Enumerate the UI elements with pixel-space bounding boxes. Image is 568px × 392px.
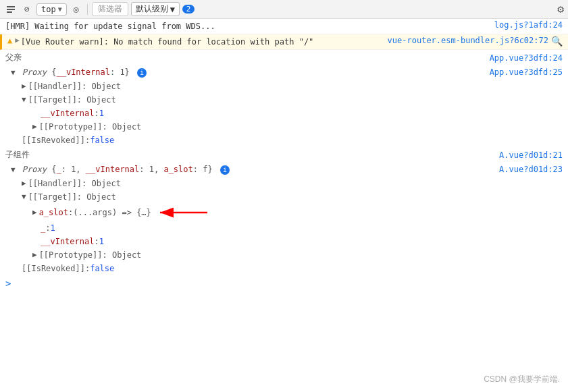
tree-row: _ : 1 xyxy=(0,221,568,235)
prompt-symbol: > xyxy=(5,278,11,289)
eye-icon[interactable]: ◎ xyxy=(70,3,83,16)
tree-content: [[IsRevoked]]: xyxy=(22,262,90,275)
tree-value: 1 xyxy=(99,107,104,119)
filter-label: 筛选器 xyxy=(98,4,122,13)
proxy-brace: {_: 1, __vInternal: 1, a_slot: f} xyxy=(51,165,212,174)
top-arrow-icon: ▼ xyxy=(58,5,62,13)
toolbar: ⊘ top ▼ ◎ 筛选器 默认级别 ▼ 2 ⚙ xyxy=(0,0,568,19)
tree-row: ▶ [[Prototype]]: Object xyxy=(0,248,568,262)
hmr-text: [HMR] Waiting for update signal from WDS… xyxy=(5,20,489,32)
tree-row: ▼ [[Target]]: Object xyxy=(0,93,568,107)
tree-row: __vInternal : 1 xyxy=(0,235,568,248)
tree-toggle[interactable]: ▶ xyxy=(22,80,26,92)
tree-content: [[Target]]: Object xyxy=(28,191,116,203)
sort-selector[interactable]: 默认级别 ▼ xyxy=(131,2,180,16)
tree-toggle[interactable]: ▼ xyxy=(22,191,26,203)
sort-arrow-icon: ▼ xyxy=(170,5,175,14)
tree-row-content: ▼ Proxy {__vInternal: 1} i xyxy=(11,66,147,79)
gear-icon[interactable]: ⚙ xyxy=(557,3,564,16)
child-link[interactable]: A.vue?d01d:21 xyxy=(499,150,563,160)
tree-colon: : xyxy=(94,107,99,119)
tree-row: ▶ [[Prototype]]: Object xyxy=(0,120,568,134)
red-arrow-annotation xyxy=(157,204,211,221)
error-badge[interactable]: 2 xyxy=(182,5,195,13)
tree-row: ▼ Proxy {_: 1, __vInternal: 1, a_slot: f… xyxy=(0,163,568,177)
separator xyxy=(87,4,88,15)
hmr-link[interactable]: log.js?1afd:24 xyxy=(494,20,563,30)
tree-content: [[Handler]]: Object xyxy=(28,177,121,190)
tree-key: __vInternal xyxy=(41,235,94,248)
tree-row: __vInternal : 1 xyxy=(0,107,568,120)
search-icon[interactable]: 🔍 xyxy=(551,36,563,47)
tree-colon: : xyxy=(68,206,73,219)
svg-rect-1 xyxy=(7,9,15,10)
tree-content: [[Target]]: Object xyxy=(28,94,116,106)
tree-row: ▼ [[Target]]: Object xyxy=(0,190,568,204)
tree-key: __vInternal xyxy=(41,107,94,119)
tree-toggle[interactable]: ▶ xyxy=(32,249,37,261)
play-icon[interactable]: ▶ xyxy=(15,36,20,45)
log-row-warning: ▲ ▶ [Vue Router warn]: No match found fo… xyxy=(0,34,568,50)
back-icon[interactable] xyxy=(4,3,18,16)
tree-toggle[interactable]: ▶ xyxy=(22,177,26,190)
proxy-father-link[interactable]: App.vue?3dfd:25 xyxy=(490,66,563,78)
tree-row: ▼ Proxy {__vInternal: 1} i App.vue?3dfd:… xyxy=(0,65,568,80)
tree-content: [[Prototype]]: Object xyxy=(39,121,142,133)
tree-row: [[IsRevoked]]: false xyxy=(0,262,568,275)
warning-icon: ▲ xyxy=(7,36,12,45)
section-father: 父亲 App.vue?3dfd:24 xyxy=(0,50,568,65)
proxy-child-link[interactable]: A.vue?d01d:23 xyxy=(499,163,563,175)
tree-colon: : xyxy=(45,222,50,234)
proxy-brace: {__vInternal: 1} xyxy=(51,67,130,77)
father-label: 父亲 xyxy=(5,52,22,63)
tree-row-aslot: ▶ a_slot : (...args) => {…} xyxy=(0,204,568,221)
warning-text: [Vue Router warn]: No match found for lo… xyxy=(21,36,382,48)
tree-value: (...args) => {…} xyxy=(73,206,151,219)
console-content: [HMR] Waiting for update signal from WDS… xyxy=(0,19,568,392)
tree-toggle[interactable]: ▶ xyxy=(32,121,37,133)
tree-value: 1 xyxy=(50,222,55,234)
tree-row: [[IsRevoked]]: false xyxy=(0,134,568,147)
tree-toggle[interactable]: ▼ xyxy=(11,165,16,174)
proxy-label: Proxy xyxy=(22,165,51,174)
tree-value: false xyxy=(90,262,114,275)
sort-label: 默认级别 xyxy=(136,3,168,15)
section-child: 子组件 A.vue?d01d:21 xyxy=(0,147,568,163)
tree-colon: : xyxy=(94,235,99,248)
console-prompt[interactable]: > xyxy=(0,275,568,291)
tree-content: [[Prototype]]: Object xyxy=(39,249,142,261)
tree-toggle[interactable]: ▶ xyxy=(32,206,37,219)
tree-key: a_slot xyxy=(39,206,68,219)
log-row-hmr: [HMR] Waiting for update signal from WDS… xyxy=(0,19,568,34)
tree-key: _ xyxy=(41,222,45,234)
tree-row: ▶ [[Handler]]: Object xyxy=(0,80,568,93)
tree-row-content: ▼ Proxy {_: 1, __vInternal: 1, a_slot: f… xyxy=(11,163,230,176)
proxy-label: Proxy xyxy=(22,67,51,77)
father-link[interactable]: App.vue?3dfd:24 xyxy=(490,53,563,63)
tree-content: [[IsRevoked]]: xyxy=(22,134,90,146)
tree-content: [[Handler]]: Object xyxy=(28,80,121,92)
tree-toggle[interactable]: ▼ xyxy=(11,68,16,77)
top-selector[interactable]: top ▼ xyxy=(36,3,67,16)
ban-icon[interactable]: ⊘ xyxy=(20,3,34,16)
svg-rect-2 xyxy=(7,11,12,13)
warning-link[interactable]: vue-router.esm-bundler.js?6c02:72 xyxy=(388,36,548,45)
tree-value: false xyxy=(90,134,114,146)
child-label: 子组件 xyxy=(5,149,30,161)
watermark: CSDN @我要学前端. xyxy=(484,374,560,385)
filter-input[interactable]: 筛选器 xyxy=(92,2,128,16)
svg-rect-0 xyxy=(7,6,15,7)
info-icon[interactable]: i xyxy=(220,165,230,175)
tree-value: 1 xyxy=(99,235,104,248)
tree-toggle[interactable]: ▼ xyxy=(22,94,26,106)
top-label: top xyxy=(41,5,56,14)
info-icon[interactable]: i xyxy=(137,68,147,78)
tree-row: ▶ [[Handler]]: Object xyxy=(0,177,568,190)
